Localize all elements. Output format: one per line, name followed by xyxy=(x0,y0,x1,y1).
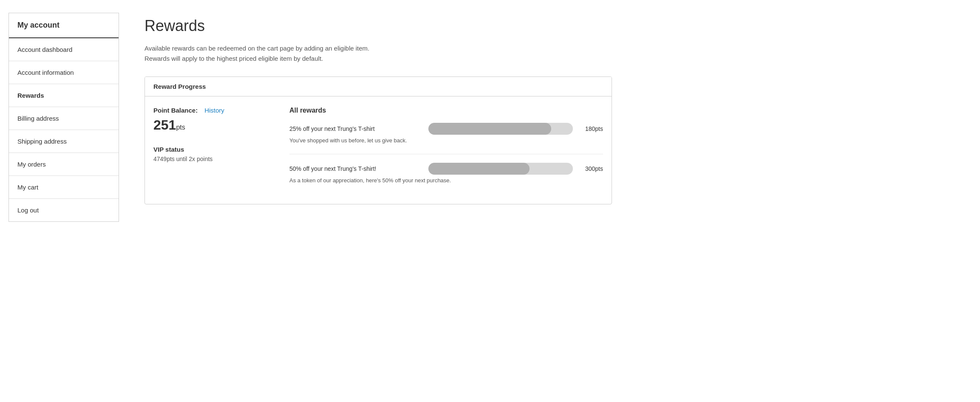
reward-2-progress-bar xyxy=(428,163,573,175)
left-column: Point Balance: History 251pts VIP status… xyxy=(153,107,272,194)
point-suffix: pts xyxy=(176,124,185,131)
sidebar-item-account-information[interactable]: Account information xyxy=(9,61,119,84)
sidebar-item-rewards[interactable]: Rewards xyxy=(9,84,119,107)
main-content: Rewards Available rewards can be redeeme… xyxy=(144,13,972,389)
sidebar-title: My account xyxy=(17,21,59,29)
reward-item-1-top: 25% off your next Trung's T-shirt 180pts xyxy=(289,123,603,135)
sidebar-item-my-cart[interactable]: My cart xyxy=(9,176,119,199)
rewards-divider xyxy=(289,154,603,154)
page-title: Rewards xyxy=(144,17,972,35)
sidebar-item-my-orders[interactable]: My orders xyxy=(9,153,119,176)
reward-1-desc: You've shopped with us before, let us gi… xyxy=(289,137,603,144)
sidebar-item-billing-address[interactable]: Billing address xyxy=(9,107,119,130)
reward-card-title: Reward Progress xyxy=(153,83,206,90)
sidebar-item-log-out[interactable]: Log out xyxy=(9,199,119,221)
history-link[interactable]: History xyxy=(204,107,224,114)
description-line1: Available rewards can be redeemed on the… xyxy=(144,43,972,54)
reward-item-1: 25% off your next Trung's T-shirt 180pts… xyxy=(289,123,603,144)
all-rewards-header: All rewards xyxy=(289,107,603,114)
reward-2-desc: As a token of our appreciation, here's 5… xyxy=(289,177,603,184)
vip-sub: 4749pts until 2x points xyxy=(153,156,272,162)
page-description: Available rewards can be redeemed on the… xyxy=(144,43,972,64)
reward-1-name: 25% off your next Trung's T-shirt xyxy=(289,125,422,132)
sidebar-item-shipping-address[interactable]: Shipping address xyxy=(9,130,119,153)
reward-1-pts: 180pts xyxy=(580,125,603,132)
reward-card-body: Point Balance: History 251pts VIP status… xyxy=(145,96,612,204)
point-value: 251pts xyxy=(153,117,272,133)
vip-label: VIP status xyxy=(153,146,272,153)
reward-2-pts: 300pts xyxy=(580,165,603,172)
reward-card-header: Reward Progress xyxy=(145,77,612,96)
reward-2-name: 50% off your next Trung's T-shirt! xyxy=(289,165,422,172)
right-column: All rewards 25% off your next Trung's T-… xyxy=(289,107,603,194)
sidebar-header: My account xyxy=(9,13,119,38)
sidebar-item-account-dashboard[interactable]: Account dashboard xyxy=(9,38,119,61)
reward-item-2-top: 50% off your next Trung's T-shirt! 300pt… xyxy=(289,163,603,175)
reward-1-progress-bar xyxy=(428,123,573,135)
reward-card: Reward Progress Point Balance: History 2… xyxy=(144,76,612,204)
point-balance-label: Point Balance: xyxy=(153,107,198,114)
reward-1-progress-fill xyxy=(428,123,551,135)
description-line2: Rewards will apply to the highest priced… xyxy=(144,54,972,64)
point-number: 251 xyxy=(153,117,176,133)
sidebar: My account Account dashboard Account inf… xyxy=(8,13,119,222)
point-balance-header: Point Balance: History xyxy=(153,107,272,114)
reward-2-progress-fill xyxy=(428,163,530,175)
reward-columns: Point Balance: History 251pts VIP status… xyxy=(153,107,603,194)
reward-item-2: 50% off your next Trung's T-shirt! 300pt… xyxy=(289,163,603,184)
